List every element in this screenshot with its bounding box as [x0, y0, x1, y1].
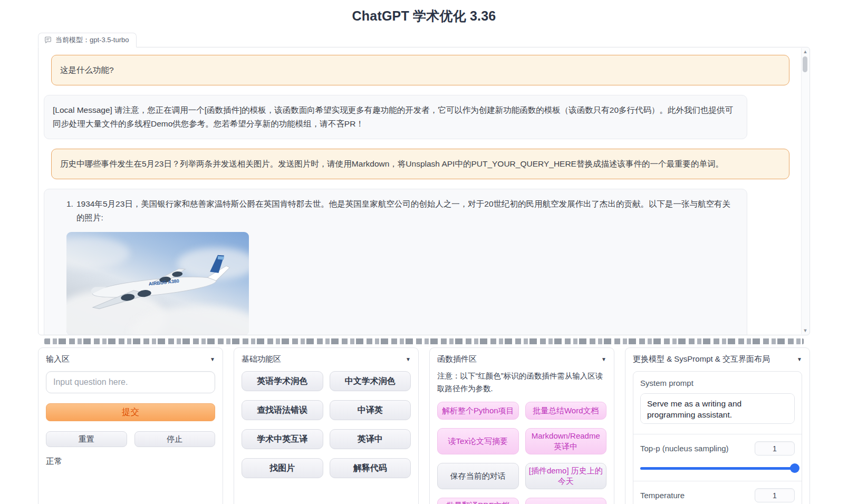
current-model-label: 当前模型：gpt-3.5-turbo [55, 35, 129, 45]
list-item-number: 1. [66, 197, 73, 225]
basic-functions-panel: 基础功能区 ▼ 英语学术润色 中文学术润色 查找语法错误 中译英 学术中英互译 … [234, 347, 419, 504]
chatbot-panel: 这是什么功能? [Local Message] 请注意，您正在调用一个[函数插件… [38, 47, 810, 335]
scroll-up-icon[interactable]: ▲ [803, 49, 808, 54]
page-title: ChatGPT 学术优化 3.36 [38, 7, 810, 25]
assistant-message-text: 1934年5月23日，美国银行家和慈善家温特斯公爵在英国肯特郡去世。他是英国皇家… [76, 197, 738, 225]
plugin-tex-abstract[interactable]: 读Tex论文写摘要 [437, 428, 519, 454]
chat-message-list: 这是什么功能? [Local Message] 请注意，您正在调用一个[函数插件… [38, 47, 798, 335]
airbus-a380-photo[interactable]: AIRBUS A380 [66, 232, 249, 335]
slider-fill [640, 467, 795, 470]
user-message: 这是什么功能? [51, 55, 789, 85]
function-plugins-panel: 函数插件区 ▼ 注意：以下“红颜色”标识的函数插件需从输入区读取路径作为参数. … [429, 347, 614, 504]
plugin-demo-today-in-history[interactable]: [插件demo] 历史上的今天 [525, 463, 607, 489]
plugin-summarize-word-docs[interactable]: 批量总结Word文档 [525, 402, 607, 420]
input-area-title: 输入区 [46, 354, 70, 364]
assistant-message-text: [Local Message] 请注意，您正在调用一个[函数插件]的模板，该函数… [53, 105, 733, 128]
plugin-note: 注意：以下“红颜色”标识的函数插件需从输入区读取路径作为参数. [437, 370, 606, 395]
plugin-button[interactable] [525, 498, 607, 504]
top-p-slider[interactable] [640, 463, 795, 473]
system-prompt-input[interactable]: Serve me as a writing and programming as… [640, 393, 795, 424]
top-p-value-input[interactable]: 1 [755, 441, 795, 455]
reset-button[interactable]: 重置 [46, 431, 127, 447]
input-area-panel: 输入区 ▼ 提交 重置 停止 正常 [38, 347, 223, 504]
chat-scrollbar[interactable]: ▲ ▼ [801, 48, 809, 334]
input-area-header[interactable]: 输入区 ▼ [46, 354, 215, 364]
clipped-text-line [44, 338, 804, 344]
user-message-text: 这是什么功能? [60, 65, 114, 74]
temperature-value-input[interactable]: 1 [755, 488, 795, 502]
airplane-graphic: AIRBUS A380 [70, 250, 246, 318]
scrollbar-thumb[interactable] [803, 56, 807, 72]
plugin-translate-pdf[interactable]: 批量翻译PDF文档（多 [437, 498, 519, 504]
basic-functions-header[interactable]: 基础功能区 ▼ [242, 354, 411, 364]
scroll-down-icon[interactable]: ▼ [803, 328, 808, 333]
plugin-save-conversation[interactable]: 保存当前的对话 [437, 463, 519, 489]
slider-handle[interactable] [790, 463, 799, 473]
status-text: 正常 [46, 456, 215, 467]
chat-bubble-icon [44, 36, 52, 44]
chevron-down-icon: ▼ [797, 356, 802, 362]
fn-button-grammar-check[interactable]: 查找语法错误 [242, 400, 323, 420]
function-plugins-header[interactable]: 函数插件区 ▼ [437, 354, 606, 364]
fn-button-english-polish[interactable]: 英语学术润色 [242, 371, 323, 391]
fn-button-zh-to-en[interactable]: 中译英 [330, 400, 411, 420]
chevron-down-icon: ▼ [601, 356, 606, 362]
settings-form: System prompt Serve me as a writing and … [633, 371, 802, 504]
user-message-text: 历史中哪些事件发生在5月23日？列举两条并发送相关图片。发送图片时，请使用Mar… [60, 159, 724, 168]
settings-header[interactable]: 更换模型 & SysPrompt & 交互界面布局 ▼ [633, 354, 802, 364]
settings-panel: 更换模型 & SysPrompt & 交互界面布局 ▼ System promp… [625, 347, 810, 504]
current-model-tab[interactable]: 当前模型：gpt-3.5-turbo [38, 33, 137, 47]
question-input[interactable] [46, 371, 215, 393]
function-plugins-title: 函数插件区 [437, 354, 477, 364]
submit-button[interactable]: 提交 [46, 403, 215, 421]
basic-functions-title: 基础功能区 [242, 354, 281, 364]
plugin-markdown-translate[interactable]: Markdown/Readme英译中 [525, 428, 607, 454]
assistant-message: 1. 1934年5月23日，美国银行家和慈善家温特斯公爵在英国肯特郡去世。他是英… [44, 189, 747, 335]
fn-button-find-image[interactable]: 找图片 [242, 458, 323, 478]
temperature-label: Temperature [640, 491, 685, 500]
user-message: 历史中哪些事件发生在5月23日？列举两条并发送相关图片。发送图片时，请使用Mar… [51, 149, 789, 179]
chevron-down-icon: ▼ [210, 356, 215, 362]
settings-title: 更换模型 & SysPrompt & 交互界面布局 [633, 354, 770, 364]
chevron-down-icon: ▼ [406, 356, 411, 362]
fn-button-academic-translate[interactable]: 学术中英互译 [242, 429, 323, 449]
stop-button[interactable]: 停止 [134, 431, 216, 447]
top-p-label: Top-p (nucleus sampling) [640, 444, 729, 453]
fn-button-en-to-zh[interactable]: 英译中 [330, 429, 411, 449]
fn-button-chinese-polish[interactable]: 中文学术润色 [330, 371, 411, 391]
assistant-message: [Local Message] 请注意，您正在调用一个[函数插件]的模板，该函数… [44, 95, 747, 139]
system-prompt-label: System prompt [640, 379, 795, 387]
model-tab-bar: 当前模型：gpt-3.5-turbo [38, 33, 810, 47]
plugin-parse-python-project[interactable]: 解析整个Python项目 [437, 402, 519, 420]
fn-button-explain-code[interactable]: 解释代码 [330, 458, 411, 478]
